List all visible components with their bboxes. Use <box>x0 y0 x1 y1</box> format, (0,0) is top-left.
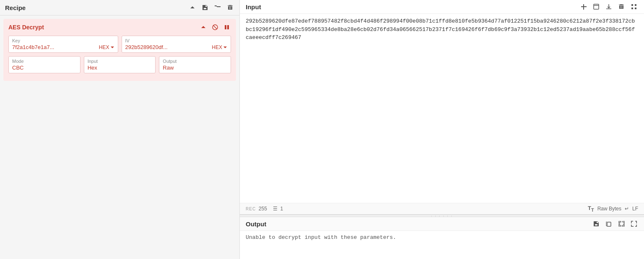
input-hex-label: 292b5289620dfe87edef788957482f8cbd4f4d48… <box>246 18 635 41</box>
pause-aes-button[interactable] <box>223 23 231 31</box>
input-panel-title: Input <box>246 3 261 10</box>
svg-rect-6 <box>635 4 636 6</box>
svg-rect-7 <box>631 8 633 9</box>
input-text-area[interactable]: 292b5289620dfe87edef788957482f8cbd4f4d48… <box>240 14 644 203</box>
key-value-row: 7f2a1c4b7e1a7... HEX <box>12 44 114 50</box>
pause-icon <box>223 24 230 31</box>
clear-input-button[interactable] <box>617 3 626 11</box>
output-panel-title: Output <box>246 220 266 228</box>
expand-output-button[interactable] <box>617 220 626 228</box>
delete-recipe-button[interactable] <box>226 3 234 12</box>
iv-field[interactable]: IV 292b5289620df... HEX <box>122 36 231 53</box>
input-section: Input <box>240 0 644 215</box>
iv-label: IV <box>125 38 228 43</box>
grid-icon <box>631 3 637 10</box>
encoding-icon: TT <box>588 205 594 212</box>
recipe-header: Recipe <box>0 0 239 16</box>
aes-decrypt-title: AES Decrypt <box>8 24 44 31</box>
mode-field[interactable]: Mode CBC <box>8 56 80 73</box>
recipe-title: Recipe <box>5 4 26 11</box>
output-type-value: Raw <box>163 65 227 71</box>
fullscreen-output-button[interactable] <box>630 220 638 228</box>
disable-icon <box>212 24 218 31</box>
chevron-down-icon <box>223 45 227 49</box>
mode-value: CBC <box>12 65 77 71</box>
add-input-button[interactable] <box>579 3 588 11</box>
mode-label: Mode <box>12 59 77 64</box>
output-type-label: Output <box>163 59 227 64</box>
line-ending-label: LF <box>632 206 638 212</box>
save-icon <box>593 220 600 227</box>
input-header-icons <box>579 3 638 11</box>
import-icon <box>605 3 612 10</box>
input-type-field[interactable]: Input Hex <box>84 56 156 73</box>
svg-rect-8 <box>635 8 636 9</box>
output-text: Unable to decrypt input with these param… <box>240 231 644 244</box>
status-left: REC 255 ☰ 1 <box>246 206 283 212</box>
iv-value-row: 292b5289620df... HEX <box>125 44 228 50</box>
iv-value: 292b5289620df... <box>125 44 168 50</box>
recipe-header-icons <box>188 3 234 12</box>
fullscreen-icon <box>631 220 637 227</box>
rec-count: 255 <box>259 206 267 212</box>
copy-icon <box>605 220 612 227</box>
import-button[interactable] <box>605 3 613 11</box>
input-type-label: Input <box>88 59 152 64</box>
chevron-up-icon <box>189 4 196 11</box>
expand-icon <box>618 220 625 227</box>
aes-header-icons <box>199 23 231 31</box>
new-window-icon <box>593 3 600 10</box>
svg-rect-2 <box>225 25 226 29</box>
aes-decrypt-block: AES Decrypt <box>3 19 236 81</box>
svg-rect-9 <box>607 222 611 226</box>
disable-aes-button[interactable] <box>211 23 219 31</box>
folder-icon <box>214 4 221 11</box>
trash-icon <box>618 3 625 10</box>
input-header: Input <box>240 0 644 14</box>
output-error-message: Unable to decrypt input with these param… <box>246 234 396 241</box>
output-header-icons <box>592 220 638 228</box>
input-type-value: Hex <box>88 65 152 71</box>
status-right: TT Raw Bytes ↵ LF <box>588 205 638 212</box>
iv-format-label: HEX <box>212 44 222 50</box>
key-field[interactable]: Key 7f2a1c4b7e1a7... HEX <box>8 36 118 53</box>
line-ending-icon: ↵ <box>625 206 629 212</box>
trash-icon <box>227 4 234 11</box>
encoding-label: Raw Bytes <box>597 206 621 212</box>
mode-input-output-row: Mode CBC Input Hex Output Raw <box>8 56 231 73</box>
key-value: 7f2a1c4b7e1a7... <box>12 44 54 50</box>
lines-count: 1 <box>280 206 283 212</box>
input-options-button[interactable] <box>630 3 638 11</box>
left-panel: Recipe <box>0 0 240 259</box>
output-section: Output <box>240 217 644 259</box>
right-panel: Input <box>240 0 644 259</box>
svg-rect-5 <box>631 4 633 6</box>
key-iv-row: Key 7f2a1c4b7e1a7... HEX IV 292b5289620d… <box>8 36 231 53</box>
chevron-up-icon <box>200 24 207 31</box>
rec-count-label: REC 255 <box>246 206 267 212</box>
output-type-field[interactable]: Output Raw <box>159 56 231 73</box>
lines-label: ☰ 1 <box>273 206 283 212</box>
iv-format-dropdown[interactable]: HEX <box>212 44 227 50</box>
chevron-down-icon <box>110 45 114 49</box>
key-format-dropdown[interactable]: HEX <box>99 44 114 50</box>
copy-output-button[interactable] <box>605 220 613 228</box>
plus-icon <box>580 3 587 10</box>
aes-decrypt-header: AES Decrypt <box>8 23 231 31</box>
input-statusbar: REC 255 ☰ 1 TT Raw Bytes ↵ LF <box>240 203 644 214</box>
collapse-aes-button[interactable] <box>199 23 208 31</box>
svg-rect-4 <box>594 4 599 9</box>
save-output-button[interactable] <box>592 220 600 228</box>
svg-line-1 <box>213 26 217 29</box>
collapse-recipe-button[interactable] <box>188 3 197 12</box>
key-label: Key <box>12 38 114 43</box>
save-recipe-button[interactable] <box>201 3 209 12</box>
key-format-label: HEX <box>99 44 109 50</box>
output-header: Output <box>240 217 644 231</box>
svg-rect-3 <box>227 25 229 29</box>
save-icon <box>202 4 208 11</box>
new-window-button[interactable] <box>592 3 600 11</box>
open-recipe-button[interactable] <box>213 3 222 12</box>
